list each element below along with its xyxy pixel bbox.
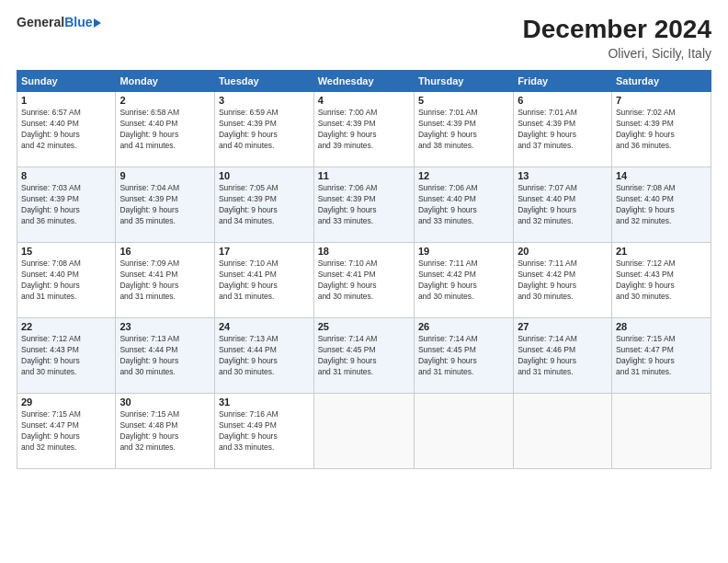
table-row: 9Sunrise: 7:04 AMSunset: 4:39 PMDaylight… <box>116 167 215 243</box>
logo-blue: Blue <box>64 15 92 29</box>
col-thursday: Thursday <box>414 71 513 92</box>
table-row: 12Sunrise: 7:06 AMSunset: 4:40 PMDayligh… <box>414 167 513 243</box>
day-number: 30 <box>119 396 210 408</box>
day-number: 1 <box>21 95 111 106</box>
day-info: Sunrise: 7:01 AMSunset: 4:39 PMDaylight:… <box>518 108 608 152</box>
table-row: 30Sunrise: 7:15 AMSunset: 4:48 PMDayligh… <box>116 394 215 469</box>
day-info: Sunrise: 7:11 AMSunset: 4:42 PMDaylight:… <box>518 259 608 303</box>
header: General Blue December 2024 Oliveri, Sici… <box>17 15 711 61</box>
logo-general: General <box>17 15 64 29</box>
day-number: 5 <box>418 95 509 106</box>
table-row: 15Sunrise: 7:08 AMSunset: 4:40 PMDayligh… <box>17 243 116 318</box>
table-row: 8Sunrise: 7:03 AMSunset: 4:39 PMDaylight… <box>17 167 116 243</box>
table-row: 7Sunrise: 7:02 AMSunset: 4:39 PMDaylight… <box>611 92 711 167</box>
day-number: 15 <box>21 246 111 257</box>
day-info: Sunrise: 7:15 AMSunset: 4:47 PMDaylight:… <box>21 409 111 454</box>
day-number: 17 <box>219 246 310 257</box>
day-info: Sunrise: 7:02 AMSunset: 4:39 PMDaylight:… <box>616 108 707 152</box>
table-row: 25Sunrise: 7:14 AMSunset: 4:45 PMDayligh… <box>313 318 414 394</box>
calendar-week-1: 1Sunrise: 6:57 AMSunset: 4:40 PMDaylight… <box>17 92 711 167</box>
subtitle: Oliveri, Sicily, Italy <box>523 46 711 61</box>
day-info: Sunrise: 6:58 AMSunset: 4:40 PMDaylight:… <box>119 108 210 152</box>
day-number: 16 <box>119 246 210 257</box>
calendar-table: Sunday Monday Tuesday Wednesday Thursday… <box>17 70 711 469</box>
day-number: 7 <box>616 95 707 106</box>
day-info: Sunrise: 7:03 AMSunset: 4:39 PMDaylight:… <box>21 183 111 227</box>
day-info: Sunrise: 7:08 AMSunset: 4:40 PMDaylight:… <box>21 259 111 303</box>
day-number: 9 <box>119 170 210 181</box>
day-info: Sunrise: 7:09 AMSunset: 4:41 PMDaylight:… <box>119 259 210 303</box>
table-row: 16Sunrise: 7:09 AMSunset: 4:41 PMDayligh… <box>116 243 215 318</box>
table-row <box>313 394 414 469</box>
col-monday: Monday <box>116 71 215 92</box>
day-number: 4 <box>318 95 410 106</box>
table-row: 26Sunrise: 7:14 AMSunset: 4:45 PMDayligh… <box>414 318 513 394</box>
calendar-week-4: 22Sunrise: 7:12 AMSunset: 4:43 PMDayligh… <box>17 318 711 394</box>
day-info: Sunrise: 7:04 AMSunset: 4:39 PMDaylight:… <box>119 183 210 227</box>
day-number: 8 <box>21 170 111 181</box>
day-info: Sunrise: 7:05 AMSunset: 4:39 PMDaylight:… <box>219 183 310 227</box>
calendar-header-row: Sunday Monday Tuesday Wednesday Thursday… <box>17 71 711 92</box>
day-info: Sunrise: 7:11 AMSunset: 4:42 PMDaylight:… <box>418 259 509 303</box>
day-info: Sunrise: 7:06 AMSunset: 4:39 PMDaylight:… <box>318 183 410 227</box>
day-info: Sunrise: 7:14 AMSunset: 4:46 PMDaylight:… <box>518 334 608 378</box>
page: General Blue December 2024 Oliveri, Sici… <box>0 0 728 563</box>
day-number: 21 <box>616 246 707 257</box>
day-number: 19 <box>418 246 509 257</box>
day-info: Sunrise: 7:13 AMSunset: 4:44 PMDaylight:… <box>219 334 310 378</box>
day-info: Sunrise: 7:14 AMSunset: 4:45 PMDaylight:… <box>418 334 509 378</box>
day-number: 14 <box>616 170 707 181</box>
table-row: 24Sunrise: 7:13 AMSunset: 4:44 PMDayligh… <box>214 318 313 394</box>
day-number: 13 <box>518 170 608 181</box>
table-row <box>414 394 513 469</box>
day-info: Sunrise: 7:13 AMSunset: 4:44 PMDaylight:… <box>119 334 210 378</box>
day-info: Sunrise: 7:10 AMSunset: 4:41 PMDaylight:… <box>318 259 410 303</box>
day-info: Sunrise: 7:08 AMSunset: 4:40 PMDaylight:… <box>616 183 707 227</box>
day-info: Sunrise: 7:16 AMSunset: 4:49 PMDaylight:… <box>219 409 310 454</box>
logo-arrow-icon <box>94 18 101 28</box>
day-number: 2 <box>119 95 210 106</box>
day-info: Sunrise: 7:12 AMSunset: 4:43 PMDaylight:… <box>21 334 111 378</box>
table-row: 27Sunrise: 7:14 AMSunset: 4:46 PMDayligh… <box>514 318 612 394</box>
table-row: 22Sunrise: 7:12 AMSunset: 4:43 PMDayligh… <box>17 318 116 394</box>
day-info: Sunrise: 7:10 AMSunset: 4:41 PMDaylight:… <box>219 259 310 303</box>
day-number: 11 <box>318 170 410 181</box>
day-number: 20 <box>518 246 608 257</box>
day-info: Sunrise: 7:15 AMSunset: 4:47 PMDaylight:… <box>616 334 707 378</box>
title-block: December 2024 Oliveri, Sicily, Italy <box>523 15 711 61</box>
col-wednesday: Wednesday <box>313 71 414 92</box>
day-info: Sunrise: 7:00 AMSunset: 4:39 PMDaylight:… <box>318 108 410 152</box>
day-info: Sunrise: 7:14 AMSunset: 4:45 PMDaylight:… <box>318 334 410 378</box>
day-number: 24 <box>219 321 310 332</box>
table-row <box>514 394 612 469</box>
table-row: 5Sunrise: 7:01 AMSunset: 4:39 PMDaylight… <box>414 92 513 167</box>
day-number: 23 <box>119 321 210 332</box>
table-row: 1Sunrise: 6:57 AMSunset: 4:40 PMDaylight… <box>17 92 116 167</box>
day-info: Sunrise: 7:06 AMSunset: 4:40 PMDaylight:… <box>418 183 509 227</box>
day-number: 26 <box>418 321 509 332</box>
day-info: Sunrise: 7:01 AMSunset: 4:39 PMDaylight:… <box>418 108 509 152</box>
col-saturday: Saturday <box>611 71 711 92</box>
logo: General Blue <box>17 15 101 29</box>
table-row <box>611 394 711 469</box>
table-row: 6Sunrise: 7:01 AMSunset: 4:39 PMDaylight… <box>514 92 612 167</box>
table-row: 13Sunrise: 7:07 AMSunset: 4:40 PMDayligh… <box>514 167 612 243</box>
col-tuesday: Tuesday <box>214 71 313 92</box>
table-row: 19Sunrise: 7:11 AMSunset: 4:42 PMDayligh… <box>414 243 513 318</box>
main-title: December 2024 <box>523 15 711 44</box>
calendar-week-3: 15Sunrise: 7:08 AMSunset: 4:40 PMDayligh… <box>17 243 711 318</box>
day-info: Sunrise: 7:15 AMSunset: 4:48 PMDaylight:… <box>119 409 210 454</box>
day-number: 28 <box>616 321 707 332</box>
day-number: 31 <box>219 396 310 408</box>
table-row: 31Sunrise: 7:16 AMSunset: 4:49 PMDayligh… <box>214 394 313 469</box>
table-row: 20Sunrise: 7:11 AMSunset: 4:42 PMDayligh… <box>514 243 612 318</box>
day-number: 3 <box>219 95 310 106</box>
table-row: 14Sunrise: 7:08 AMSunset: 4:40 PMDayligh… <box>611 167 711 243</box>
day-number: 29 <box>21 396 111 408</box>
col-friday: Friday <box>514 71 612 92</box>
day-number: 22 <box>21 321 111 332</box>
day-info: Sunrise: 6:59 AMSunset: 4:39 PMDaylight:… <box>219 108 310 152</box>
table-row: 23Sunrise: 7:13 AMSunset: 4:44 PMDayligh… <box>116 318 215 394</box>
day-number: 27 <box>518 321 608 332</box>
day-info: Sunrise: 7:12 AMSunset: 4:43 PMDaylight:… <box>616 259 707 303</box>
